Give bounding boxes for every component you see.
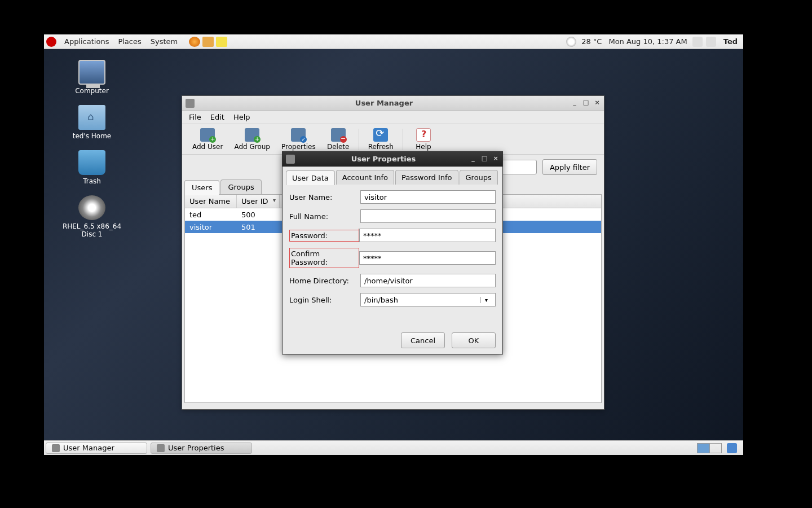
add-user-label: Add User — [192, 143, 223, 151]
workspace-1[interactable] — [698, 444, 710, 453]
add-user-button[interactable]: Add User — [187, 127, 228, 152]
home-desktop-icon[interactable]: ted's Home — [55, 105, 129, 140]
user-properties-dialog: User Properties _ □ × User Data Account … — [282, 151, 503, 354]
home-folder-icon — [78, 105, 105, 130]
taskbar-user-properties-label: User Properties — [168, 444, 224, 452]
taskbar-user-properties[interactable]: User Properties — [151, 443, 252, 454]
notes-launcher-icon[interactable] — [216, 37, 227, 47]
user-properties-task-icon — [157, 444, 165, 452]
computer-desktop-icon[interactable]: Computer — [55, 60, 129, 95]
maximize-button[interactable]: □ — [480, 155, 489, 163]
ok-button[interactable]: OK — [452, 332, 496, 348]
user-menu[interactable]: Ted — [718, 37, 743, 46]
help-menu[interactable]: Help — [229, 113, 255, 121]
trash-desktop-icon[interactable]: Trash — [55, 150, 129, 185]
password-field[interactable] — [359, 229, 496, 242]
applications-menu[interactable]: Applications — [60, 37, 113, 46]
tab-password-info[interactable]: Password Info — [395, 170, 458, 185]
user-manager-title-icon — [186, 99, 195, 108]
add-group-icon — [245, 128, 259, 142]
toolbar-separator-2 — [403, 129, 403, 150]
help-button[interactable]: Help — [407, 127, 440, 152]
user-manager-menubar: File Edit Help — [182, 111, 604, 124]
workspace-switcher[interactable] — [697, 443, 722, 453]
username-label: User Name: — [289, 193, 360, 202]
volume-tray-icon[interactable] — [706, 37, 716, 47]
delete-label: Delete — [327, 143, 349, 151]
help-label: Help — [416, 143, 431, 151]
workspace-2[interactable] — [710, 444, 722, 453]
trash-label: Trash — [83, 177, 101, 185]
user-manager-titlebar[interactable]: User Manager _ □ × — [182, 96, 604, 111]
user-manager-title: User Manager — [198, 99, 570, 107]
refresh-button[interactable]: Refresh — [363, 127, 399, 152]
redhat-logo-icon[interactable] — [46, 37, 56, 47]
cancel-button[interactable]: Cancel — [401, 332, 445, 348]
system-menu[interactable]: System — [146, 37, 182, 46]
add-user-icon — [200, 128, 215, 142]
user-manager-toolbar: Add User Add Group Properties Delete Ref… — [182, 124, 604, 155]
mail-launcher-icon[interactable] — [202, 37, 214, 47]
disc-desktop-icon[interactable]: RHEL_6.5 x86_64 Disc 1 — [55, 195, 129, 238]
login-shell-select[interactable]: /bin/bash ▾ — [360, 293, 496, 306]
top-panel: Applications Places System 28 °C Mon Aug… — [44, 34, 743, 49]
delete-button[interactable]: Delete — [321, 127, 355, 152]
temperature-text: 28 °C — [578, 37, 605, 46]
col-userid[interactable]: User ID — [237, 195, 280, 208]
update-tray-icon[interactable] — [692, 37, 703, 47]
tab-users[interactable]: Users — [184, 180, 219, 195]
bottom-panel: User Manager User Properties — [44, 440, 743, 455]
close-button[interactable]: × — [593, 99, 602, 107]
user-properties-body: User Name: Full Name: Password: Confirm … — [283, 185, 502, 318]
username-field[interactable] — [360, 190, 496, 204]
fullname-label: Full Name: — [289, 212, 360, 221]
refresh-icon — [373, 128, 388, 142]
close-button[interactable]: × — [491, 155, 500, 163]
col-username[interactable]: User Name — [185, 195, 237, 208]
user-properties-title: User Properties — [298, 155, 469, 163]
properties-label: Properties — [281, 143, 316, 151]
taskbar-user-manager[interactable]: User Manager — [46, 443, 147, 454]
places-menu[interactable]: Places — [113, 37, 145, 46]
home-label: ted's Home — [73, 132, 112, 140]
tab-user-data[interactable]: User Data — [286, 170, 335, 185]
trash-icon — [78, 150, 105, 175]
clock-text[interactable]: Mon Aug 10, 1:37 AM — [605, 37, 690, 46]
user-properties-title-icon — [286, 155, 295, 164]
home-directory-field[interactable] — [360, 274, 496, 287]
properties-icon — [291, 128, 306, 142]
add-group-button[interactable]: Add Group — [228, 127, 276, 152]
user-manager-task-icon — [52, 444, 60, 452]
login-shell-value: /bin/bash — [364, 296, 398, 304]
chevron-down-icon: ▾ — [480, 297, 492, 303]
confirm-password-label: Confirm Password: — [289, 248, 359, 268]
properties-button[interactable]: Properties — [276, 127, 321, 152]
cell-userid: 501 — [237, 223, 280, 231]
desktop-icons: Computer ted's Home Trash RHEL_6.5 x86_6… — [55, 60, 129, 238]
tab-groups[interactable]: Groups — [220, 179, 261, 194]
user-properties-titlebar[interactable]: User Properties _ □ × — [283, 152, 502, 167]
cell-username: ted — [185, 211, 237, 219]
login-shell-label: Login Shell: — [289, 296, 360, 304]
tab-groups[interactable]: Groups — [460, 170, 498, 185]
maximize-button[interactable]: □ — [581, 99, 590, 107]
confirm-password-field[interactable] — [359, 251, 496, 265]
minimize-button[interactable]: _ — [469, 155, 478, 163]
home-directory-label: Home Directory: — [289, 277, 360, 285]
tab-account-info[interactable]: Account Info — [336, 170, 394, 185]
user-properties-tabs: User Data Account Info Password Info Gro… — [283, 167, 502, 185]
tray-icon[interactable] — [727, 443, 737, 453]
cell-userid: 500 — [237, 211, 280, 219]
file-menu[interactable]: File — [184, 113, 206, 121]
weather-icon[interactable] — [566, 37, 576, 47]
apply-filter-button[interactable]: Apply filter — [542, 159, 597, 175]
minimize-button[interactable]: _ — [570, 99, 579, 107]
disc-icon — [78, 195, 105, 220]
refresh-label: Refresh — [368, 143, 394, 151]
fullname-field[interactable] — [360, 209, 496, 223]
edit-menu[interactable]: Edit — [206, 113, 229, 121]
desktop: Applications Places System 28 °C Mon Aug… — [44, 34, 743, 455]
firefox-launcher-icon[interactable] — [189, 37, 200, 47]
toolbar-separator — [359, 129, 359, 150]
delete-icon — [331, 128, 346, 142]
